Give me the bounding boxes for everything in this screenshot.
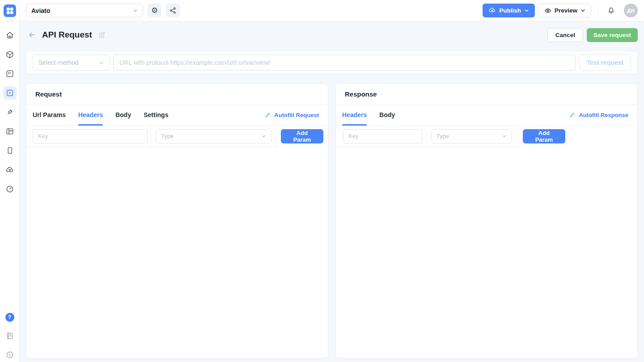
method-placeholder: Select method: [38, 59, 79, 66]
request-key-cell: [26, 126, 151, 147]
autofill-response-link[interactable]: Autofill Response: [569, 112, 628, 118]
cube-icon: [5, 50, 14, 59]
response-panel-header: Response: [336, 84, 637, 105]
response-key-cell: [336, 126, 427, 147]
info-icon: [5, 350, 14, 359]
tab-response-body[interactable]: Body: [379, 105, 395, 125]
sidebar-item-layout[interactable]: [3, 125, 17, 138]
response-tabs: Headers Body Autofill Response: [336, 105, 637, 126]
response-param-row: Type Add Param: [336, 126, 568, 147]
info-button[interactable]: [5, 350, 14, 359]
share-button[interactable]: [166, 4, 180, 17]
cloud-upload-icon: [5, 165, 14, 174]
docs-button[interactable]: [5, 332, 14, 341]
board-icon: [5, 69, 14, 78]
autofill-request-label: Autofill Request: [274, 112, 319, 118]
url-input[interactable]: [113, 55, 576, 71]
bell-icon: [607, 6, 615, 15]
request-panel-title: Request: [35, 90, 62, 98]
publish-cloud-icon: [488, 7, 496, 14]
request-panel-body: [26, 147, 328, 358]
test-request-button[interactable]: Test request: [579, 55, 631, 71]
save-request-button[interactable]: Save request: [587, 28, 638, 42]
response-add-param-button[interactable]: Add Param: [523, 129, 565, 143]
chevron-down-icon: [261, 134, 266, 139]
response-key-input[interactable]: [343, 129, 423, 143]
response-type-cell: Type: [427, 126, 518, 147]
user-avatar[interactable]: ДИ: [624, 4, 638, 17]
request-add-cell: Add Param: [276, 126, 328, 147]
help-icon: ?: [8, 314, 11, 320]
rename-button[interactable]: [98, 31, 106, 38]
sidebar-item-mobile[interactable]: [3, 144, 17, 157]
page-title: API Request: [42, 30, 92, 40]
layout-icon: [5, 127, 14, 136]
sidebar: ?: [0, 0, 20, 362]
request-panel-header: Request: [26, 84, 328, 105]
chevron-down-icon: [524, 8, 529, 13]
tab-request-headers[interactable]: Headers: [78, 105, 103, 125]
sidebar-item-connections[interactable]: [3, 105, 17, 119]
sidebar-item-modules[interactable]: [3, 48, 17, 61]
app-logo[interactable]: [4, 4, 16, 17]
arrow-left-icon: [28, 31, 36, 39]
tab-url-params[interactable]: Url Params: [33, 105, 66, 125]
chevron-down-icon: [580, 8, 585, 13]
request-type-cell: Type: [151, 126, 276, 147]
request-tabs: Url Params Headers Body Settings Autofil…: [26, 105, 328, 126]
tab-response-headers[interactable]: Headers: [342, 105, 367, 125]
sidebar-item-home[interactable]: [3, 29, 17, 42]
sidebar-item-actions[interactable]: [3, 86, 17, 100]
app-selector[interactable]: Aviato: [26, 4, 143, 17]
chevron-down-icon: [502, 134, 507, 139]
topbar-divider: [598, 5, 599, 16]
settings-button[interactable]: ⚙: [148, 4, 161, 17]
magic-wand-icon: [569, 112, 576, 118]
cancel-label: Cancel: [555, 32, 575, 38]
sidebar-item-board[interactable]: [3, 67, 17, 80]
notifications-button[interactable]: [607, 6, 615, 15]
avatar-initials: ДИ: [627, 8, 635, 13]
chevron-down-icon: [133, 8, 138, 13]
logo-dots-icon: [5, 6, 15, 16]
response-add-cell: Add Param: [518, 126, 568, 147]
tab-request-body[interactable]: Body: [115, 105, 131, 125]
response-panel-body: [336, 147, 637, 358]
publish-button[interactable]: Publish: [483, 4, 535, 17]
sidebar-divider: [6, 21, 13, 21]
preview-label: Preview: [555, 7, 577, 14]
save-label: Save request: [593, 32, 631, 38]
cancel-button[interactable]: Cancel: [547, 28, 583, 42]
request-add-param-button[interactable]: Add Param: [281, 129, 323, 143]
page-header: API Request Cancel Save request: [26, 27, 638, 43]
response-type-placeholder: Type: [436, 133, 449, 139]
method-select[interactable]: Select method: [33, 55, 110, 71]
sidebar-nav: [3, 29, 17, 196]
help-button[interactable]: ?: [5, 313, 14, 322]
sidebar-footer: ?: [5, 313, 14, 362]
chevron-down-icon: [99, 60, 104, 65]
response-add-param-label: Add Param: [530, 130, 559, 143]
response-type-select[interactable]: Type: [431, 129, 512, 143]
request-param-row: Type Add Param: [26, 126, 328, 147]
app-selector-value: Aviato: [31, 7, 50, 14]
autofill-request-link[interactable]: Autofill Request: [265, 112, 319, 118]
back-button[interactable]: [26, 29, 38, 41]
response-panel: Response Headers Body Autofill Response: [335, 84, 638, 358]
request-key-input[interactable]: [33, 129, 148, 143]
home-icon: [5, 31, 14, 40]
plug-icon: [5, 108, 14, 117]
gauge-icon: [5, 185, 14, 194]
test-request-label: Test request: [587, 59, 623, 66]
preview-button[interactable]: Preview: [538, 4, 591, 17]
tab-request-settings[interactable]: Settings: [144, 105, 168, 125]
gear-icon: ⚙: [151, 7, 158, 14]
sidebar-item-deploy[interactable]: [3, 163, 17, 177]
request-type-select[interactable]: Type: [156, 129, 271, 143]
share-icon: [169, 7, 177, 14]
autofill-response-label: Autofill Response: [579, 112, 628, 118]
request-panel: Request Url Params Headers Body Settings…: [26, 84, 328, 358]
url-builder: Select method Test request: [26, 51, 638, 74]
publish-label: Publish: [499, 7, 521, 14]
sidebar-item-performance[interactable]: [3, 182, 17, 196]
